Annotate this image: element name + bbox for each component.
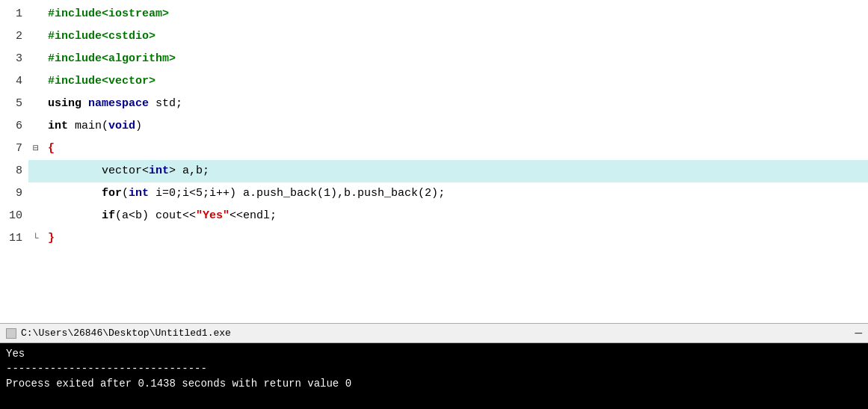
- line-content: #include<algorithm>: [43, 48, 868, 70]
- code-token: int: [149, 160, 169, 182]
- line-number: 4: [0, 70, 28, 93]
- line-content: for(int i=0;i<5;i++) a.push_back(1),b.pu…: [43, 182, 868, 205]
- terminal-titlebar: C:\Users\26846\Desktop\Untitled1.exe —: [0, 324, 868, 343]
- terminal-title-left: C:\Users\26846\Desktop\Untitled1.exe: [6, 327, 231, 339]
- line-number: 6: [0, 115, 28, 138]
- code-token: {: [48, 138, 55, 160]
- code-token: void: [108, 115, 135, 138]
- line-content: int main(void): [43, 115, 868, 138]
- line-content: #include<cstdio>: [43, 25, 868, 48]
- code-token: #include<iostream>: [48, 3, 169, 25]
- code-token: std;: [149, 93, 182, 115]
- line-gutter: [28, 70, 43, 93]
- code-line: 3#include<algorithm>: [0, 48, 868, 70]
- terminal-wrapper: C:\Users\26846\Desktop\Untitled1.exe — Y…: [0, 323, 868, 409]
- line-gutter: [28, 115, 43, 138]
- line-gutter: [28, 25, 43, 48]
- code-token: main(: [68, 115, 108, 138]
- code-line: 4#include<vector>: [0, 70, 868, 93]
- line-number: 1: [0, 3, 28, 25]
- line-number: 3: [0, 48, 28, 70]
- code-line: 2#include<cstdio>: [0, 25, 868, 48]
- line-gutter: ⊟: [28, 138, 43, 160]
- code-token: [81, 93, 88, 115]
- code-token: i=0;i<5;i++) a.push_back(1),b.push_back(…: [149, 182, 445, 205]
- code-token: (a<b) cout<<: [115, 205, 196, 227]
- line-gutter: [28, 48, 43, 70]
- code-token: using: [48, 93, 81, 115]
- code-token: #include<vector>: [48, 70, 156, 93]
- line-content: if(a<b) cout<<"Yes"<<endl;: [43, 205, 868, 227]
- code-token: #include<cstdio>: [48, 25, 156, 48]
- code-token: if: [102, 205, 115, 227]
- line-gutter: [28, 93, 43, 115]
- terminal-output-line: Yes: [6, 346, 862, 361]
- code-token: (: [122, 182, 129, 205]
- line-number: 7: [0, 138, 28, 160]
- line-number: 2: [0, 25, 28, 48]
- code-token: [48, 182, 102, 205]
- terminal-minimize-button[interactable]: —: [855, 327, 862, 339]
- code-line: 5using namespace std;: [0, 93, 868, 115]
- line-content: #include<iostream>: [43, 3, 868, 25]
- code-token: <<endl;: [230, 205, 277, 227]
- code-line: 8 vector<int> a,b;: [0, 160, 868, 182]
- line-content: {: [43, 138, 868, 160]
- code-token: [48, 205, 102, 227]
- terminal-output-line: Process exited after 0.1438 seconds with…: [6, 376, 862, 391]
- code-line: 11└}: [0, 227, 868, 250]
- terminal-app-icon: [6, 328, 16, 339]
- code-token: for: [102, 182, 122, 205]
- code-token: "Yes": [196, 205, 230, 227]
- line-content: }: [43, 227, 868, 250]
- code-token: #include<algorithm>: [48, 48, 176, 70]
- line-number: 11: [0, 227, 28, 250]
- line-content: using namespace std;: [43, 93, 868, 115]
- line-number: 5: [0, 93, 28, 115]
- line-number: 9: [0, 182, 28, 205]
- line-gutter: [28, 160, 43, 182]
- code-token: int: [129, 182, 149, 205]
- line-number: 8: [0, 160, 28, 182]
- code-token: vector<: [48, 160, 149, 182]
- code-token: namespace: [88, 93, 149, 115]
- line-gutter: [28, 3, 43, 25]
- line-gutter: [28, 205, 43, 227]
- terminal-output-line: --------------------------------: [6, 361, 862, 376]
- code-line: 10 if(a<b) cout<<"Yes"<<endl;: [0, 205, 868, 227]
- terminal-body: Yes--------------------------------Proce…: [0, 343, 868, 409]
- code-editor: 1#include<iostream>2#include<cstdio>3#in…: [0, 0, 868, 323]
- code-token: > a,b;: [169, 160, 209, 182]
- code-line: 6int main(void): [0, 115, 868, 138]
- code-token: }: [48, 227, 55, 250]
- line-number: 10: [0, 205, 28, 227]
- code-line: 9 for(int i=0;i<5;i++) a.push_back(1),b.…: [0, 182, 868, 205]
- code-token: int: [48, 115, 68, 138]
- line-content: #include<vector>: [43, 70, 868, 93]
- terminal-title: C:\Users\26846\Desktop\Untitled1.exe: [21, 327, 231, 339]
- code-line: 1#include<iostream>: [0, 3, 868, 25]
- line-gutter: [28, 182, 43, 205]
- line-gutter: └: [28, 227, 43, 250]
- code-line: 7⊟{: [0, 138, 868, 160]
- code-token: ): [135, 115, 142, 138]
- line-content: vector<int> a,b;: [43, 160, 868, 182]
